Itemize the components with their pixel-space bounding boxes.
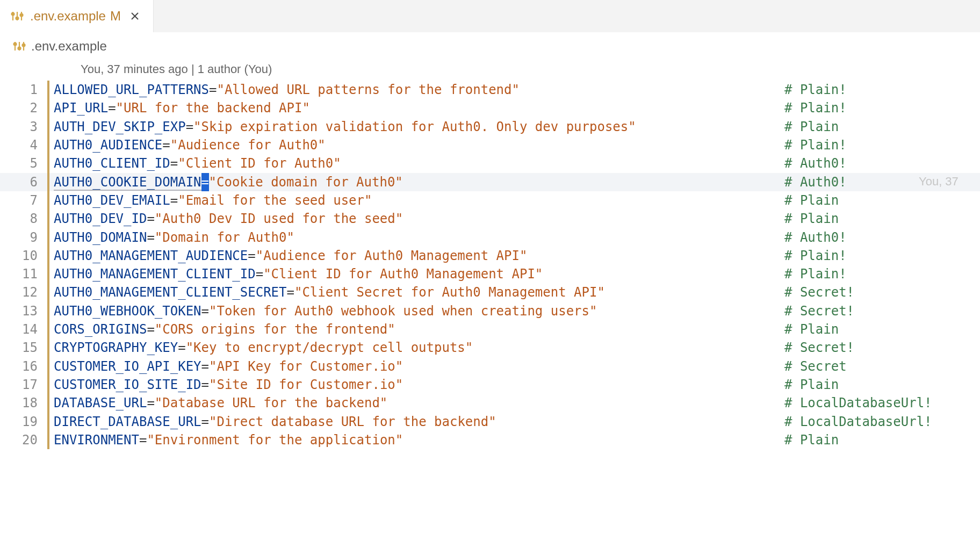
- code-line[interactable]: 18DATABASE_URL="Database URL for the bac…: [0, 394, 980, 412]
- code-content[interactable]: ENVIRONMENT="Environment for the applica…: [54, 431, 403, 449]
- code-content[interactable]: AUTH0_MANAGEMENT_AUDIENCE="Audience for …: [54, 247, 527, 265]
- tab-filename: .env.example: [30, 9, 106, 24]
- env-value: "Environment for the application": [147, 432, 403, 448]
- line-number[interactable]: 13: [0, 302, 54, 320]
- code-content[interactable]: AUTH0_MANAGEMENT_CLIENT_SECRET="Client S…: [54, 283, 605, 301]
- equals-sign: =: [286, 285, 294, 300]
- env-value: "CORS origins for the frontend": [155, 322, 395, 337]
- code-content[interactable]: CRYPTOGRAPHY_KEY="Key to encrypt/decrypt…: [54, 338, 473, 357]
- line-number[interactable]: 2: [0, 99, 54, 117]
- code-content[interactable]: DATABASE_URL="Database URL for the backe…: [54, 394, 387, 412]
- equals-sign: =: [178, 340, 185, 355]
- code-content[interactable]: AUTH0_WEBHOOK_TOKEN="Token for Auth0 web…: [54, 302, 597, 320]
- code-line[interactable]: 16CUSTOMER_IO_API_KEY="API Key for Custo…: [0, 357, 980, 376]
- env-value: "Email for the seed user": [178, 193, 372, 208]
- code-line[interactable]: 7AUTH0_DEV_EMAIL="Email for the seed use…: [0, 191, 980, 210]
- line-number[interactable]: 10: [0, 247, 54, 265]
- env-comment: # Plain!: [784, 81, 847, 99]
- env-value: "Key to encrypt/decrypt cell outputs": [186, 340, 473, 355]
- env-value: "Domain for Auth0": [155, 230, 294, 245]
- code-line[interactable]: 8AUTH0_DEV_ID="Auth0 Dev ID used for the…: [0, 210, 980, 228]
- code-content[interactable]: AUTH0_DEV_EMAIL="Email for the seed user…: [54, 191, 372, 210]
- code-line[interactable]: 12AUTH0_MANAGEMENT_CLIENT_SECRET="Client…: [0, 283, 980, 301]
- equals-sign: =: [170, 193, 178, 208]
- equals-sign: =: [201, 377, 209, 392]
- code-line[interactable]: 15CRYPTOGRAPHY_KEY="Key to encrypt/decry…: [0, 338, 980, 357]
- env-comment: # Plain: [784, 431, 839, 449]
- line-number[interactable]: 5: [0, 154, 54, 172]
- inline-git-blame[interactable]: You, 37: [919, 173, 959, 190]
- line-number[interactable]: 3: [0, 118, 54, 136]
- code-line[interactable]: 3AUTH_DEV_SKIP_EXP="Skip expiration vali…: [0, 118, 980, 136]
- code-content[interactable]: CORS_ORIGINS="CORS origins for the front…: [54, 320, 395, 338]
- code-line[interactable]: 1ALLOWED_URL_PATTERNS="Allowed URL patte…: [0, 81, 980, 99]
- svg-point-12: [18, 47, 21, 50]
- env-key: DIRECT_DATABASE_URL: [54, 414, 201, 429]
- code-line[interactable]: 9AUTH0_DOMAIN="Domain for Auth0"# Auth0!: [0, 228, 980, 247]
- code-line[interactable]: 13AUTH0_WEBHOOK_TOKEN="Token for Auth0 w…: [0, 302, 980, 320]
- line-number[interactable]: 1: [0, 81, 54, 99]
- env-key: AUTH0_MANAGEMENT_AUDIENCE: [54, 248, 248, 263]
- breadcrumb[interactable]: .env.example: [0, 32, 980, 60]
- line-number[interactable]: 11: [0, 265, 54, 283]
- line-number[interactable]: 19: [0, 413, 54, 431]
- code-content[interactable]: ALLOWED_URL_PATTERNS="Allowed URL patter…: [54, 81, 520, 99]
- env-value: "URL for the backend API": [116, 100, 310, 116]
- code-editor[interactable]: 1ALLOWED_URL_PATTERNS="Allowed URL patte…: [0, 81, 980, 449]
- line-number[interactable]: 7: [0, 191, 54, 210]
- breadcrumb-filename: .env.example: [31, 39, 107, 54]
- code-line[interactable]: 20ENVIRONMENT="Environment for the appli…: [0, 431, 980, 449]
- equals-sign: =: [147, 395, 154, 410]
- code-content[interactable]: AUTH0_AUDIENCE="Audience for Auth0": [54, 136, 326, 154]
- tab-modified-indicator: M: [110, 9, 121, 24]
- equals-sign: =: [147, 322, 154, 337]
- code-content[interactable]: DIRECT_DATABASE_URL="Direct database URL…: [54, 413, 496, 431]
- code-line[interactable]: 5AUTH0_CLIENT_ID="Client ID for Auth0"# …: [0, 154, 980, 172]
- line-number[interactable]: 6: [0, 173, 54, 191]
- code-content[interactable]: AUTH0_CLIENT_ID="Client ID for Auth0": [54, 154, 341, 172]
- code-line[interactable]: 6AUTH0_COOKIE_DOMAIN="Cookie domain for …: [0, 173, 980, 191]
- close-icon[interactable]: [127, 9, 142, 24]
- line-number[interactable]: 15: [0, 338, 54, 357]
- env-comment: # Plain: [784, 191, 839, 210]
- code-line[interactable]: 2API_URL="URL for the backend API"# Plai…: [0, 99, 980, 117]
- line-number[interactable]: 18: [0, 394, 54, 412]
- env-value: "Client ID for Auth0 Management API": [263, 266, 543, 282]
- line-number[interactable]: 14: [0, 320, 54, 338]
- equals-sign: =: [248, 248, 255, 263]
- code-line[interactable]: 17CUSTOMER_IO_SITE_ID="Site ID for Custo…: [0, 376, 980, 394]
- line-number[interactable]: 20: [0, 431, 54, 449]
- env-key: AUTH_DEV_SKIP_EXP: [54, 119, 186, 134]
- code-content[interactable]: AUTH0_COOKIE_DOMAIN="Cookie domain for A…: [54, 173, 403, 191]
- line-number[interactable]: 16: [0, 357, 54, 376]
- code-content[interactable]: CUSTOMER_IO_SITE_ID="Site ID for Custome…: [54, 376, 403, 394]
- code-line[interactable]: 10AUTH0_MANAGEMENT_AUDIENCE="Audience fo…: [0, 247, 980, 265]
- line-number[interactable]: 4: [0, 136, 54, 154]
- git-blame-header[interactable]: You, 37 minutes ago | 1 author (You): [0, 60, 980, 81]
- equals-sign: =: [209, 82, 217, 97]
- env-key: AUTH0_DEV_ID: [54, 211, 147, 226]
- code-line[interactable]: 14CORS_ORIGINS="CORS origins for the fro…: [0, 320, 980, 338]
- line-number[interactable]: 17: [0, 376, 54, 394]
- code-content[interactable]: AUTH0_MANAGEMENT_CLIENT_ID="Client ID fo…: [54, 265, 543, 283]
- line-number[interactable]: 9: [0, 228, 54, 247]
- env-comment: # Plain!: [784, 247, 847, 265]
- code-content[interactable]: AUTH0_DOMAIN="Domain for Auth0": [54, 228, 294, 247]
- code-content[interactable]: AUTH0_DEV_ID="Auth0 Dev ID used for the …: [54, 210, 403, 228]
- tab-env-example[interactable]: .env.example M: [0, 0, 154, 32]
- line-number[interactable]: 12: [0, 283, 54, 301]
- equals-sign: =: [186, 119, 193, 134]
- env-key: ALLOWED_URL_PATTERNS: [54, 82, 209, 97]
- line-number[interactable]: 8: [0, 210, 54, 228]
- code-line[interactable]: 11AUTH0_MANAGEMENT_CLIENT_ID="Client ID …: [0, 265, 980, 283]
- code-content[interactable]: AUTH_DEV_SKIP_EXP="Skip expiration valid…: [54, 118, 636, 136]
- env-key: CRYPTOGRAPHY_KEY: [54, 340, 178, 355]
- svg-point-4: [16, 17, 19, 20]
- code-content[interactable]: CUSTOMER_IO_API_KEY="API Key for Custome…: [54, 357, 403, 376]
- env-key: API_URL: [54, 100, 108, 116]
- svg-point-11: [14, 43, 17, 46]
- code-line[interactable]: 19DIRECT_DATABASE_URL="Direct database U…: [0, 413, 980, 431]
- code-content[interactable]: API_URL="URL for the backend API": [54, 99, 310, 117]
- env-comment: # Auth0!: [784, 228, 847, 247]
- code-line[interactable]: 4AUTH0_AUDIENCE="Audience for Auth0"# Pl…: [0, 136, 980, 154]
